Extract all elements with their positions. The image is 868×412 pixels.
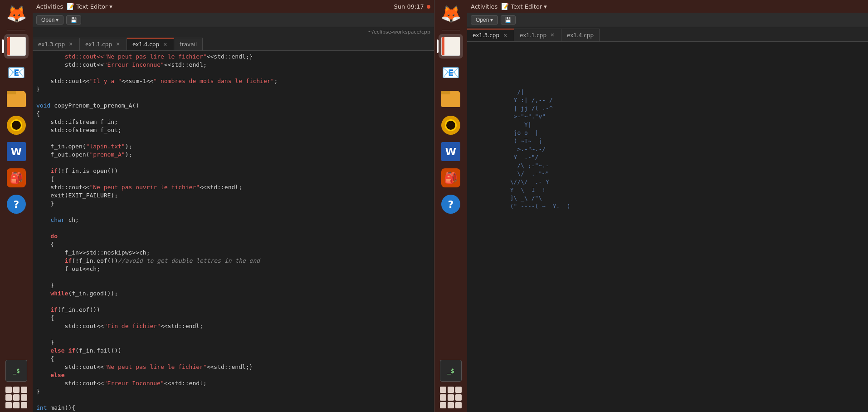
right-topbar: Activities 📝 Text Editor ▾ xyxy=(467,0,868,13)
right-taskbar-notebook[interactable] xyxy=(439,34,463,59)
code-line: f_out.open("prenom_A"); xyxy=(33,151,434,159)
right-tab-ex14-label: ex1.4.cpp xyxy=(567,32,594,39)
right-tab-ex11[interactable]: ex1.1.cpp ✕ xyxy=(514,29,561,41)
left-tab-ex14-label: ex1.4.cpp xyxy=(132,41,159,48)
left-open-arrow: ▾ xyxy=(56,17,59,23)
code-line xyxy=(33,396,434,404)
taskbar-icon-audio[interactable] xyxy=(4,113,29,137)
left-filepath-bar: ~/eclipse-workspace/cpp xyxy=(33,27,434,36)
code-line: { xyxy=(33,175,434,183)
terminal-label: _$ xyxy=(13,368,20,374)
taskbar-icon-notebook[interactable] xyxy=(4,34,29,59)
code-line: } xyxy=(33,281,434,289)
code-line: f_in>>std::noskipws>>ch; xyxy=(33,249,434,257)
left-save-btn[interactable]: 💾 xyxy=(66,15,81,25)
taskbar-icon-terminal[interactable]: _$ xyxy=(4,358,29,383)
right-open-label: Open xyxy=(476,17,489,23)
right-tab-ex13-close[interactable]: ✕ xyxy=(502,32,508,39)
right-tab-ex11-close[interactable]: ✕ xyxy=(549,32,556,39)
code-line: f_out<<ch; xyxy=(33,265,434,273)
code-line xyxy=(33,69,434,77)
right-activities-btn[interactable]: Activities xyxy=(471,3,497,10)
right-taskbar-terminal[interactable]: _$ xyxy=(439,358,463,383)
code-line: std::cout<<"Ne peut pas lire le fichier"… xyxy=(33,53,434,61)
left-tab-travail[interactable]: travail xyxy=(174,38,203,50)
right-terminal-label: _$ xyxy=(447,368,454,374)
code-line: std::cout<<"Ne peut pas ouvrir le fichie… xyxy=(33,183,434,191)
left-appname[interactable]: 📝 Text Editor ▾ xyxy=(67,3,112,10)
right-appname-arrow: ▾ xyxy=(544,3,547,10)
right-ascii-content[interactable]: /| Y :| /,-- / | jj /( .-^ >-"~"."v" Y| … xyxy=(467,42,868,412)
left-open-btn[interactable]: Open ▾ xyxy=(36,15,63,25)
left-tab-travail-label: travail xyxy=(180,41,197,48)
right-taskbar-email[interactable]: 📧 xyxy=(439,60,463,85)
code-line: } xyxy=(33,85,434,93)
code-line xyxy=(33,134,434,142)
left-appname-arrow: ▾ xyxy=(109,3,112,10)
code-line: void copyPrenom_to_prenom_A() xyxy=(33,102,434,110)
left-save-icon: 💾 xyxy=(70,17,77,23)
code-line: else if(f_in.fail()) xyxy=(33,347,434,355)
right-appname-label: Text Editor xyxy=(511,3,542,10)
code-line: if(f_in.eof()) xyxy=(33,306,434,314)
right-taskbar-files[interactable] xyxy=(439,87,463,111)
code-line: std::cout<<"Ne peut pas lire le fichier"… xyxy=(33,363,434,371)
code-line: std::cout<<"Il y a "<<sum-1<<" nombres d… xyxy=(33,77,434,85)
code-line: if(!f_in.is_open()) xyxy=(33,167,434,175)
code-line xyxy=(33,330,434,338)
ascii-art-display: /| Y :| /,-- / | jj /( .-^ >-"~"."v" Y| … xyxy=(467,44,868,228)
taskbar-divider xyxy=(7,30,25,30)
code-line: } xyxy=(33,338,434,347)
right-taskbar-appstore[interactable]: 🎒 xyxy=(439,166,463,190)
taskbar-icon-files[interactable] xyxy=(4,87,29,111)
taskbar-icon-email[interactable]: 📧 xyxy=(4,60,29,85)
left-tab-ex11-close[interactable]: ✕ xyxy=(115,41,121,48)
left-tab-ex14[interactable]: ex1.4.cpp ✕ xyxy=(127,38,174,50)
right-tab-ex13[interactable]: ex1.3.cpp ✕ xyxy=(467,29,514,41)
left-activities-btn[interactable]: Activities xyxy=(36,3,63,10)
right-taskbar-writer[interactable]: W xyxy=(439,139,463,164)
right-taskbar-help[interactable]: ? xyxy=(439,192,463,216)
right-terminal-bg: _$ xyxy=(440,360,462,382)
left-editor-toolbar: Open ▾ 💾 xyxy=(33,13,434,27)
code-line: f_in.open("lapin.txt"); xyxy=(33,142,434,151)
left-taskbar: 🦊 📧 xyxy=(0,0,33,412)
right-tab-ex14[interactable]: ex1.4.cpp xyxy=(561,29,600,41)
code-line: std::cout<<"Erreur Inconnue"<<std::endl; xyxy=(33,379,434,387)
right-save-btn[interactable]: 💾 xyxy=(501,15,516,25)
taskbar-bottom: _$ xyxy=(4,358,29,412)
right-tabs-bar: ex1.3.cpp ✕ ex1.1.cpp ✕ ex1.4.cpp xyxy=(467,27,868,42)
right-open-btn[interactable]: Open ▾ xyxy=(471,15,498,25)
taskbar-icon-writer[interactable]: W xyxy=(4,139,29,164)
right-taskbar-ubuntu-dots[interactable] xyxy=(440,387,462,408)
code-line: } xyxy=(33,200,434,208)
right-open-arrow: ▾ xyxy=(490,17,493,23)
code-line: } xyxy=(33,387,434,396)
right-tab-ex13-label: ex1.3.cpp xyxy=(473,32,499,39)
left-tab-ex14-close[interactable]: ✕ xyxy=(162,41,168,48)
left-topbar-dot xyxy=(427,5,430,9)
taskbar-icon-firefox[interactable]: 🦊 xyxy=(4,2,29,26)
code-line: while(f_in.good()); xyxy=(33,289,434,298)
left-code-editor[interactable]: std::cout<<"Ne peut pas lire le fichier"… xyxy=(33,51,434,412)
left-tab-ex11[interactable]: ex1.1.cpp ✕ xyxy=(80,38,127,50)
left-tab-ex13-close[interactable]: ✕ xyxy=(68,41,74,48)
taskbar-icon-help[interactable]: ? xyxy=(4,192,29,216)
code-line: { xyxy=(33,110,434,118)
left-open-label: Open xyxy=(41,17,54,23)
taskbar-ubuntu-dots[interactable] xyxy=(5,387,27,408)
left-filepath: ~/eclipse-workspace/cpp xyxy=(368,29,430,35)
code-line: else xyxy=(33,371,434,379)
code-line: do xyxy=(33,232,434,240)
code-line xyxy=(33,208,434,216)
right-taskbar-audio[interactable] xyxy=(439,113,463,137)
right-editor-toolbar: Open ▾ 💾 xyxy=(467,13,868,27)
left-tab-ex13[interactable]: ex1.3.cpp ✕ xyxy=(33,38,80,50)
taskbar-icon-appstore[interactable]: 🎒 xyxy=(4,166,29,190)
code-line xyxy=(33,159,434,167)
code-line xyxy=(33,224,434,232)
code-line: { xyxy=(33,314,434,322)
right-tab-ex11-label: ex1.1.cpp xyxy=(520,32,546,39)
right-taskbar-firefox[interactable]: 🦊 xyxy=(439,2,463,26)
right-appname[interactable]: 📝 Text Editor ▾ xyxy=(501,3,546,10)
